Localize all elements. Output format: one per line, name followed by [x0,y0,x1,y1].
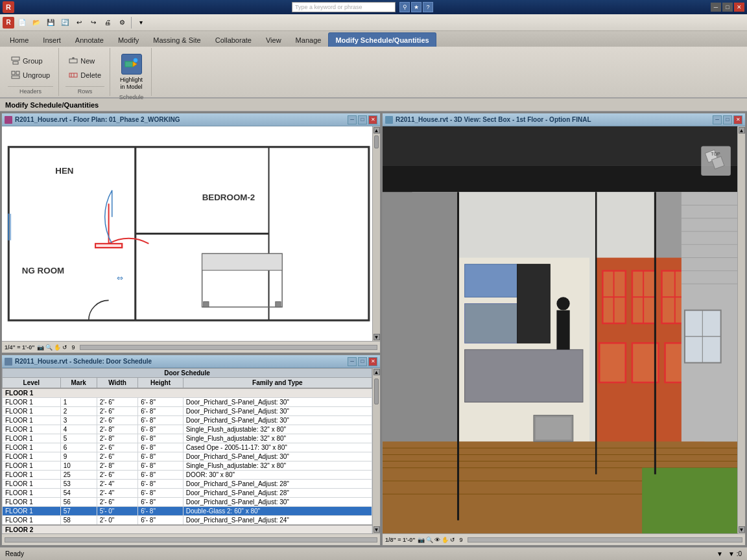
3d-scrollbar-v[interactable]: ▲ ▼ [737,126,745,533]
close-button[interactable]: ✕ [734,3,744,12]
table-row[interactable]: FLOOR 142'- 8"6'- 8"Single_Flush_adjusta… [3,425,372,434]
new-button[interactable]: 📄 [16,16,29,29]
ribbon-panel: Group Ungroup Headers New Delete Rows [0,47,747,99]
view-3d-icon [385,116,393,124]
col-mark: Mark [60,378,97,389]
camera-icon[interactable]: 📷 [37,344,44,351]
table-row[interactable]: FLOOR 1102'- 8"6'- 8"Single_Flush_adjust… [3,461,372,471]
tab-insert[interactable]: Insert [36,32,68,47]
help-icon[interactable]: ? [423,2,433,12]
svg-text:BEDROOM-2: BEDROOM-2 [202,192,255,202]
search-box[interactable]: Type a keyword or phrase [292,2,396,12]
status-count: ▼ :0 [728,550,742,557]
filter-icon[interactable]: ▼ [717,550,723,557]
ungroup-button[interactable]: Ungroup [8,69,53,82]
3d-pan-icon[interactable]: ✋ [442,537,449,543]
table-row[interactable]: FLOOR 192'- 6"6'- 8"Door_Prichard_S-Pane… [3,452,372,461]
delete-row-button[interactable]: Delete [65,69,104,82]
undo-button[interactable]: ↩ [73,16,86,29]
schedule-scrollbar[interactable]: ▲ ▼ [372,368,380,533]
redo-button[interactable]: ↪ [87,16,100,29]
tab-view[interactable]: View [259,32,289,47]
floor-plan-header: R2011_House.rvt - Floor Plan: 01_Phase 2… [2,113,380,126]
app-logo[interactable]: R [3,1,14,13]
breadcrumb-bar: Modify Schedule/Quantities [0,99,747,111]
new-row-button[interactable]: New [65,54,104,67]
ribbon-group-rows: New Delete Rows [60,48,110,96]
3d-camera-icon[interactable]: 📷 [418,537,425,543]
floor-plan-scrollbar-h[interactable] [80,345,377,350]
svg-rect-27 [202,253,282,270]
left-panel: R2011_House.rvt - Floor Plan: 01_Phase 2… [1,113,381,546]
svg-text:TOP: TOP [711,152,720,157]
highlight-icon-svg [124,56,139,72]
floor-plan-canvas-area[interactable]: HEN NG ROOM BEDROOM-2 [2,126,372,341]
tab-annotate[interactable]: Annotate [68,32,111,47]
table-row[interactable]: FLOOR 122'- 6"6'- 8"Door_Prichard_S-Pane… [3,407,372,416]
tab-manage[interactable]: Manage [289,32,329,47]
settings-button[interactable]: ⚙ [115,16,128,29]
sync-button[interactable]: 🔄 [58,16,71,29]
view-3d-canvas[interactable]: TOP [383,126,737,533]
table-row[interactable]: FLOOR 162'- 6"6'- 8"Cased Ope - 2005-11-… [3,443,372,452]
status-bar: Ready ▼ ▼ :0 [0,547,747,560]
view-3d-scale: 1/8" = 1'-0" [385,537,415,543]
table-row[interactable]: FLOOR 1582'- 0"6'- 8"Door_Prichard_S-Pan… [3,516,372,526]
sched-minimize-btn[interactable]: ─ [348,357,357,366]
tab-massing[interactable]: Massing & Site [146,32,208,47]
table-row[interactable]: FLOOR 1252'- 6"6'- 8"DOOR: 30" x 80" [3,471,372,480]
rotate-icon[interactable]: ↺ [62,344,67,351]
schedule-scrollbar-h[interactable] [5,537,377,542]
3d-zoom-icon[interactable]: 🔍 [426,537,433,543]
star-icon[interactable]: ★ [411,2,421,12]
3d-scrollbar-h[interactable] [468,537,742,542]
tab-home[interactable]: Home [3,32,36,47]
svg-rect-53 [599,343,626,382]
tab-modify-schedule[interactable]: Modify Schedule/Quantities [328,32,436,47]
zoom-level: 9 [71,344,75,351]
table-row[interactable]: FLOOR 132'- 6"6'- 8"Door_Prichard_S-Pane… [3,416,372,425]
col-level: Level [3,378,61,389]
table-row[interactable]: FLOOR 1532'- 4"6'- 8"Door_Prichard_S-Pan… [3,480,372,489]
table-row[interactable]: FLOOR 1542'- 4"6'- 8"Door_Prichard_S-Pan… [3,489,372,498]
tab-modify[interactable]: Modify [111,32,146,47]
maximize-button[interactable]: □ [722,3,733,12]
floor-plan-bottom-bar: 1/4" = 1'-0" 📷 🔍 ✋ ↺ 9 [2,341,380,353]
3d-walk-icon[interactable]: 👁 [434,537,440,543]
separator [131,17,132,29]
3d-svg: TOP [383,126,737,533]
schedule-window: R2011_House.rvt - Schedule: Door Schedul… [1,355,381,546]
highlight-model-button[interactable]: Highlight in Model [114,51,148,94]
table-row[interactable]: FLOOR 1575'- 0"6'- 8"Double-Glass 2: 60"… [3,507,372,516]
search-icon[interactable]: ⚲ [399,2,410,12]
open-button[interactable]: 📂 [30,16,43,29]
group-button[interactable]: Group [8,54,53,67]
sched-maximize-btn[interactable]: □ [358,357,367,366]
sched-close-btn[interactable]: ✕ [368,357,377,366]
headers-buttons: Group Ungroup [8,49,53,86]
svg-point-13 [134,58,137,62]
schedule-title-row: Door Schedule [3,369,372,378]
3d-minimize-btn[interactable]: ─ [713,115,722,124]
pan-icon[interactable]: ✋ [54,344,61,351]
3d-close-btn[interactable]: ✕ [733,115,742,124]
fp-maximize-btn[interactable]: □ [358,115,367,124]
table-row[interactable]: FLOOR 1562'- 6"6'- 8"Door_Prichard_S-Pan… [3,498,372,507]
minimize-button[interactable]: ─ [711,3,721,12]
3d-maximize-btn[interactable]: □ [723,115,732,124]
highlight-model-icon [121,54,142,75]
app-icon-small[interactable]: R [3,17,14,29]
tab-collaborate[interactable]: Collaborate [208,32,259,47]
dropdown-button[interactable]: ▾ [134,16,147,29]
print-button[interactable]: 🖨 [101,16,114,29]
3d-rotate-icon[interactable]: ↺ [450,537,455,543]
floor-plan-window: R2011_House.rvt - Floor Plan: 01_Phase 2… [1,113,381,353]
fp-minimize-btn[interactable]: ─ [348,115,357,124]
fp-close-btn[interactable]: ✕ [368,115,377,124]
save-button[interactable]: 💾 [44,16,57,29]
table-row[interactable]: FLOOR 112'- 6"6'- 8"Door_Prichard_S-Pane… [3,398,372,407]
zoom-icon[interactable]: 🔍 [45,344,53,351]
ungroup-icon [11,71,20,80]
floor-plan-scrollbar[interactable]: ▲ ▼ [372,126,380,341]
table-row[interactable]: FLOOR 152'- 8"6'- 8"Single_Flush_adjusta… [3,434,372,443]
